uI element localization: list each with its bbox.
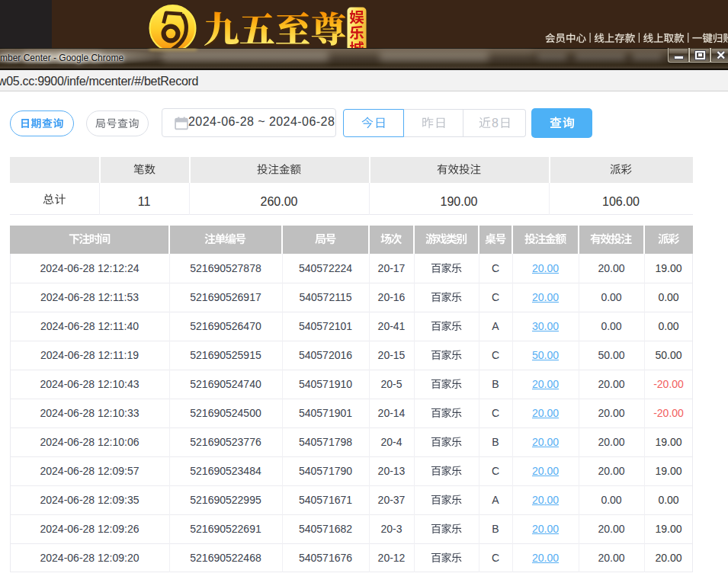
svg-text:8: 8 <box>492 117 499 130</box>
